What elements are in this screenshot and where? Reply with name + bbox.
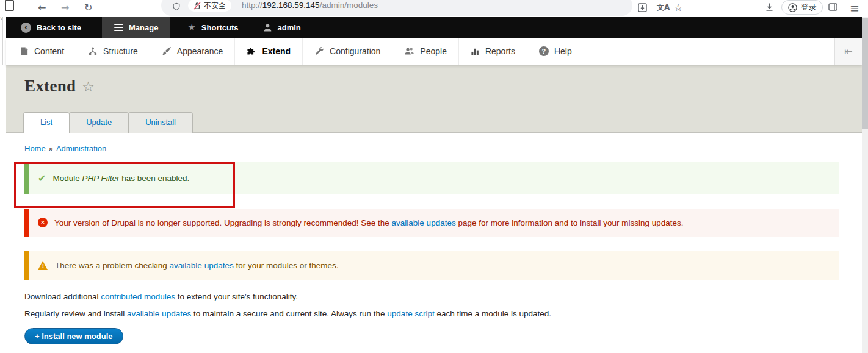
- tab-uninstall[interactable]: Uninstall: [128, 112, 193, 133]
- menu-item-label: Extend: [262, 46, 291, 56]
- content-icon: [20, 46, 29, 56]
- admin-user-label: admin: [278, 23, 301, 32]
- status-message-warning: ! There was a problem checking available…: [24, 251, 839, 280]
- warning-text: There was a problem checking: [55, 261, 170, 270]
- menu-item-label: Configuration: [330, 46, 380, 56]
- shortcuts-label: Shortcuts: [201, 23, 239, 32]
- page-body: Extend ☆ List Update Uninstall Home»Admi…: [6, 65, 862, 353]
- menu-item-configuration[interactable]: Configuration: [303, 38, 392, 65]
- menu-item-label: Reports: [485, 46, 515, 56]
- browser-tab-icon[interactable]: [5, 0, 14, 11]
- menu-item-content[interactable]: Content: [6, 38, 76, 65]
- warning-exclamation: !: [38, 263, 48, 269]
- browser-forward-icon[interactable]: →: [61, 0, 69, 16]
- login-button[interactable]: 登录: [781, 0, 823, 15]
- reports-chart-icon: [471, 46, 480, 56]
- available-updates-link[interactable]: available updates: [392, 218, 456, 227]
- manage-button[interactable]: Manage: [102, 17, 170, 38]
- intro-text: Download additional: [24, 292, 101, 301]
- broken-lock-icon: [193, 2, 201, 10]
- user-icon: [263, 23, 272, 32]
- shield-icon: [172, 2, 181, 12]
- structure-icon: [88, 46, 98, 56]
- page-title: Extend: [24, 77, 76, 96]
- toolbar-collapse-button[interactable]: ⇤: [834, 38, 862, 65]
- browser-reload-icon[interactable]: ↻: [84, 0, 92, 16]
- address-bar[interactable]: 不安全 http://192.168.59.145/admin/modules: [161, 0, 632, 16]
- url-text[interactable]: http://192.168.59.145/admin/modules: [242, 1, 378, 10]
- browser-toolbar: ← → ↻ 不安全 http://192.168.59.145/admin/mo…: [0, 0, 868, 17]
- intro-text: each time a module is updated.: [435, 309, 551, 318]
- back-circle-icon: ‹: [21, 23, 31, 33]
- intro-text: to maintain a secure and current site. A…: [191, 309, 387, 318]
- tab-update[interactable]: Update: [69, 112, 129, 133]
- breadcrumb-home-link[interactable]: Home: [24, 144, 46, 153]
- admin-user-button[interactable]: admin: [251, 17, 313, 38]
- shortcuts-button[interactable]: ★ Shortcuts: [175, 17, 250, 38]
- module-name: PHP Filter: [82, 174, 119, 183]
- warning-message-text: There was a problem checking available u…: [55, 261, 339, 270]
- menu-item-extend[interactable]: Extend: [235, 38, 303, 65]
- favorite-star-icon[interactable]: ☆: [82, 79, 95, 94]
- collapse-arrow-icon: ⇤: [844, 46, 852, 57]
- menu-item-label: Structure: [103, 46, 138, 56]
- error-text: Your version of Drupal is no longer supp…: [54, 218, 392, 227]
- menu-item-structure[interactable]: Structure: [76, 38, 150, 65]
- install-new-module-button[interactable]: + Install new module: [24, 328, 123, 344]
- configuration-wrench-icon: [314, 46, 324, 56]
- available-updates-link[interactable]: available updates: [170, 261, 234, 270]
- shortcuts-star-icon: ★: [187, 22, 195, 33]
- intro-paragraph-1: Download additional contributed modules …: [24, 292, 839, 301]
- menu-item-label: Appearance: [177, 46, 223, 56]
- intro-text: Regularly review and install: [24, 309, 127, 318]
- breadcrumb-separator: »: [49, 144, 53, 153]
- url-path: /admin/modules: [320, 1, 378, 10]
- menu-item-label: Help: [554, 46, 572, 56]
- page-content: Home»Administration ✔ Module PHP Filter …: [6, 133, 862, 344]
- back-to-site-label: Back to site: [37, 23, 81, 32]
- manage-label: Manage: [129, 23, 158, 32]
- extend-puzzle-icon: [247, 46, 256, 56]
- menu-item-people[interactable]: People: [392, 38, 459, 65]
- security-badge[interactable]: 不安全: [188, 0, 231, 12]
- intro-text: to extend your site's functionality.: [175, 292, 298, 301]
- success-message-text: Module PHP Filter has been enabled.: [52, 174, 189, 183]
- menu-item-reports[interactable]: Reports: [459, 38, 527, 65]
- manage-menu-icon: [114, 24, 123, 32]
- people-icon: [404, 46, 414, 56]
- security-label: 不安全: [204, 1, 226, 11]
- breadcrumb: Home»Administration: [24, 133, 839, 153]
- page-scrollbar[interactable]: [862, 17, 868, 353]
- success-prefix: Module: [52, 174, 82, 183]
- intro-paragraph-2: Regularly review and install available u…: [24, 309, 839, 318]
- warning-text: for your modules or themes.: [234, 261, 339, 270]
- tab-list[interactable]: List: [23, 112, 70, 133]
- error-message-text: Your version of Drupal is no longer supp…: [54, 218, 684, 227]
- save-collection-icon[interactable]: [637, 2, 648, 13]
- menu-item-label: People: [420, 46, 447, 56]
- menu-item-appearance[interactable]: Appearance: [150, 38, 236, 65]
- translate-icon[interactable]: 文A: [657, 0, 670, 15]
- menu-item-label: Content: [34, 46, 64, 56]
- menu-item-help[interactable]: ? Help: [527, 38, 584, 65]
- avatar-icon: [788, 3, 797, 12]
- primary-tabs: List Update Uninstall: [23, 112, 192, 133]
- url-protocol: http://: [242, 1, 262, 10]
- back-to-site-button[interactable]: ‹ Back to site: [6, 17, 93, 38]
- browser-back-icon[interactable]: ←: [38, 0, 46, 16]
- login-label: 登录: [801, 2, 816, 13]
- checkmark-icon: ✔: [38, 173, 46, 184]
- drupal-admin-toolbar: ‹ Back to site Manage ★ Shortcuts admin: [6, 17, 862, 38]
- bookmark-star-icon[interactable]: ☆: [674, 0, 682, 16]
- update-script-link[interactable]: update script: [387, 309, 434, 318]
- browser-menu-icon[interactable]: ≡: [850, 0, 859, 16]
- available-updates-link[interactable]: available updates: [127, 309, 191, 318]
- contributed-modules-link[interactable]: contributed modules: [101, 292, 175, 301]
- appearance-icon: [162, 46, 172, 56]
- sidebar-icon[interactable]: [828, 2, 838, 12]
- error-text: page for more information and to install…: [456, 218, 684, 227]
- page-header: Extend ☆ List Update Uninstall: [6, 65, 862, 133]
- scrollbar-thumb[interactable]: [862, 18, 868, 129]
- breadcrumb-admin-link[interactable]: Administration: [56, 144, 106, 153]
- downloads-icon[interactable]: [764, 2, 775, 12]
